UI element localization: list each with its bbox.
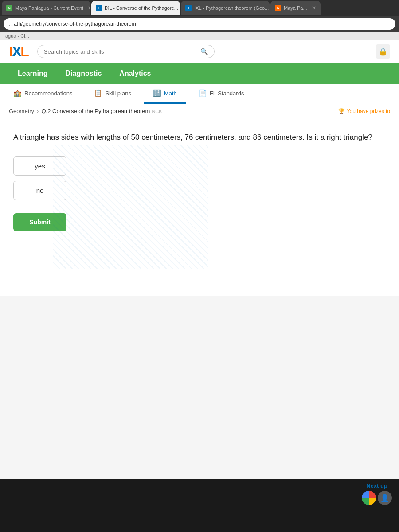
- recommendations-icon: 🏫: [13, 89, 22, 97]
- tab-label-2: IXL - Converse of the Pythagore...: [105, 5, 178, 11]
- tab-label-3: IXL - Pythagorean theorem (Geo...: [194, 5, 269, 11]
- chrome-icon[interactable]: [362, 491, 376, 505]
- address-bar-prefix: ...: [9, 21, 13, 27]
- nav-item-learning[interactable]: Learning: [9, 63, 57, 84]
- sub-nav-label-math: Math: [164, 90, 177, 97]
- logo-x: X: [12, 43, 20, 59]
- sub-nav-skill-plans[interactable]: 📋 Skill plans: [85, 84, 140, 104]
- address-bar-row: ... ath/geometry/converse-of-the-pythago…: [0, 16, 399, 32]
- tab-maya-paniagua[interactable]: G Maya Paniagua - Current Event ✕: [2, 1, 90, 15]
- search-input[interactable]: [44, 48, 197, 55]
- tab-close-4[interactable]: ✕: [312, 5, 316, 11]
- prizes-text: You have prizes to: [347, 108, 390, 114]
- breadcrumb-parent[interactable]: Geometry: [9, 108, 34, 114]
- math-icon: 🔢: [153, 89, 161, 97]
- breadcrumb-separator: ›: [37, 108, 39, 114]
- tab-favicon-1: G: [6, 5, 12, 11]
- user-icon[interactable]: 👤: [378, 491, 392, 505]
- browser-content: agua - Cl... IXL 🔍 🔒 Learning Diagnostic…: [0, 32, 399, 511]
- answer-yes-button[interactable]: yes: [13, 156, 66, 176]
- question-text: A triangle has sides with lengths of 50 …: [13, 132, 386, 143]
- search-bar-container: 🔍: [37, 45, 215, 58]
- submit-button[interactable]: Submit: [13, 213, 66, 231]
- ixl-logo[interactable]: IXL: [9, 44, 28, 59]
- tab-favicon-2: I: [96, 5, 102, 11]
- tab-maya-pa[interactable]: K Maya Pa... ✕: [270, 1, 321, 15]
- logo-i: I: [9, 43, 12, 59]
- answer-no-button[interactable]: no: [13, 181, 66, 200]
- taskbar-area: Next up 👤: [0, 479, 399, 532]
- tab-close-1[interactable]: ✕: [88, 5, 90, 11]
- sub-nav-math[interactable]: 🔢 Math: [144, 84, 186, 104]
- nav-item-analytics[interactable]: Analytics: [110, 63, 160, 84]
- tab-label-1: Maya Paniagua - Current Event: [15, 5, 83, 11]
- nav-label-learning: Learning: [18, 70, 48, 77]
- address-bar-text: ath/geometry/converse-of-the-pythagorean…: [14, 21, 136, 27]
- nav-item-diagnostic[interactable]: Diagnostic: [57, 63, 111, 84]
- tab-favicon-4: K: [275, 5, 281, 11]
- breadcrumb-code: NCK: [152, 109, 162, 114]
- answer-choices: yes no: [13, 156, 386, 200]
- trophy-icon: 🏆: [338, 108, 345, 114]
- sub-nav-label-fl-standards: FL Standards: [210, 90, 244, 97]
- logo-l: L: [20, 43, 28, 59]
- next-up-area: Next up 👤: [362, 482, 392, 505]
- tab-ixl-converse[interactable]: I IXL - Converse of the Pythagore... ✕: [91, 1, 180, 15]
- sub-nav-label-recommendations: Recommendations: [24, 90, 72, 97]
- lock-icon-button[interactable]: 🔒: [376, 44, 390, 59]
- main-content: A triangle has sides with lengths of 50 …: [0, 118, 399, 296]
- sub-nav: 🏫 Recommendations 📋 Skill plans 🔢 Math 📄…: [0, 84, 399, 104]
- breadcrumb-prefix-text: agua - Cl...: [5, 33, 29, 39]
- ixl-header: IXL 🔍 🔒: [0, 40, 399, 63]
- tab-label-4: Maya Pa...: [284, 5, 307, 11]
- sub-nav-divider-1: [83, 87, 83, 101]
- breadcrumb-current: Q.2 Converse of the Pythagorean theorem: [41, 108, 150, 114]
- nav-label-analytics: Analytics: [119, 70, 151, 77]
- nav-bar: Learning Diagnostic Analytics: [0, 63, 399, 84]
- sub-nav-divider-2: [142, 87, 142, 101]
- search-icon: 🔍: [200, 48, 208, 55]
- tab-bar: G Maya Paniagua - Current Event ✕ I IXL …: [0, 0, 399, 16]
- fl-standards-icon: 📄: [199, 89, 207, 97]
- page-breadcrumb-prefix-bar: agua - Cl...: [0, 32, 399, 40]
- breadcrumb-bar: Geometry › Q.2 Converse of the Pythagore…: [0, 104, 399, 118]
- sub-nav-fl-standards[interactable]: 📄 FL Standards: [190, 84, 253, 104]
- tab-ixl-pythagorean[interactable]: I IXL - Pythagorean theorem (Geo... ✕: [181, 1, 270, 15]
- browser-chrome: G Maya Paniagua - Current Event ✕ I IXL …: [0, 0, 399, 32]
- header-right: 🔒: [376, 44, 390, 59]
- sub-nav-divider-3: [188, 87, 188, 101]
- next-up-label: Next up: [366, 482, 387, 489]
- skill-plans-icon: 📋: [94, 89, 102, 97]
- sub-nav-recommendations[interactable]: 🏫 Recommendations: [4, 84, 81, 104]
- prizes-badge[interactable]: 🏆 You have prizes to: [338, 108, 390, 114]
- taskbar-icons: 👤: [362, 491, 392, 505]
- sub-nav-label-skill-plans: Skill plans: [105, 90, 131, 97]
- address-bar[interactable]: ... ath/geometry/converse-of-the-pythago…: [4, 18, 395, 30]
- tab-favicon-3: I: [185, 5, 192, 11]
- nav-label-diagnostic: Diagnostic: [66, 70, 102, 77]
